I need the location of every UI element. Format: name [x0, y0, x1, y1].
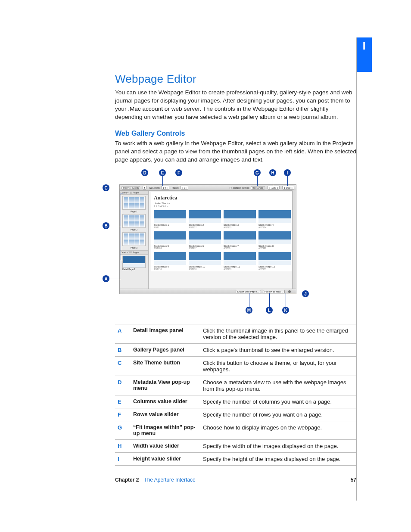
control-letter: D [115, 376, 131, 395]
rows-slider[interactable]: ◂ 3 ▸ [181, 186, 189, 190]
control-description: Specify the number of columns you want o… [200, 395, 356, 408]
table-row: BGallery Pages panelClick a page's thumb… [115, 344, 356, 357]
detail-image-thumb[interactable]: Detail Page 1 [122, 256, 146, 271]
page-preview: Antarctica Under The Ice 1 2 3 4 5 6 > S… [149, 191, 296, 289]
gallery-image[interactable]: Stock Image 5ANT103 [154, 231, 186, 250]
export-web-pages-button[interactable]: Export Web Pages… [236, 290, 261, 293]
control-letter: A [115, 324, 131, 344]
control-letter: B [115, 344, 131, 357]
control-letter: C [115, 357, 131, 376]
page-number: 57 [351, 477, 356, 483]
width-slider[interactable]: ◂ 175 ▸ [268, 186, 280, 190]
control-name: “Fit images within” pop-up menu [131, 421, 200, 440]
callout-b: B [103, 222, 109, 229]
control-letter: F [115, 408, 131, 421]
control-name: Metadata View pop-up menu [131, 376, 200, 395]
control-name: Rows value slider [131, 408, 200, 421]
table-row: DMetadata View pop-up menuChoose a metad… [115, 376, 356, 395]
gallery-image[interactable]: Stock Image 10ANT133 [189, 252, 221, 271]
publish-to-mac-button[interactable]: Publish to .Mac… [263, 290, 285, 293]
gallery-page-thumb[interactable]: Page 1 [122, 196, 146, 213]
gallery-page-thumb[interactable]: Page 2 [122, 214, 146, 231]
callout-j: J [302, 290, 309, 297]
callout-m: M [246, 307, 252, 314]
pages-panel: Gallery – 23 Pages Page 1Page 2Page 3 De… [120, 191, 149, 289]
callout-f: F [175, 169, 182, 176]
table-row: HWidth value sliderSpecify the width of … [115, 440, 356, 453]
control-description: Specify the width of the images displaye… [200, 440, 356, 453]
gallery-image[interactable]: Stock Image 4ANT104 [258, 210, 291, 229]
callout-e: E [159, 169, 166, 176]
gallery-image[interactable]: Stock Image 3ANT133 [224, 210, 256, 229]
site-theme-button[interactable]: Theme: Stock [121, 186, 140, 190]
control-name: Columns value slider [131, 395, 200, 408]
gallery-pages-header: Gallery – 23 Pages [120, 191, 148, 195]
chapter-title: The Aperture Interface [144, 477, 195, 483]
control-letter: G [115, 421, 131, 440]
loupe-icon[interactable] [288, 290, 291, 293]
table-row: FRows value sliderSpecify the number of … [115, 408, 356, 421]
callout-i: I [284, 169, 291, 176]
scrollbar[interactable] [292, 190, 296, 289]
control-letter: E [115, 395, 131, 408]
gallery-image[interactable]: Stock Image 2ANT127 [189, 210, 221, 229]
pager[interactable]: 1 2 3 4 5 6 > [154, 205, 291, 208]
height-slider[interactable]: ◂ 100 ▸ [282, 186, 294, 190]
section-paragraph: To work with a web gallery in the Webpag… [115, 139, 356, 164]
control-letter: I [115, 453, 131, 466]
control-name: Gallery Pages panel [131, 344, 200, 357]
chapter-label: Chapter 2 [115, 477, 139, 483]
gallery-subtitle: Under The Ice [154, 202, 291, 205]
webpage-editor-figure: Theme: Stock ▾ Columns: ◂ 4 ▸ Rows: ◂ 3 … [119, 184, 296, 294]
gallery-image[interactable]: Stock Image 12ANT133 [258, 252, 291, 271]
callout-k: K [282, 307, 289, 314]
callout-g: G [254, 169, 261, 176]
page-title: Webpage Editor [115, 72, 356, 86]
page-footer: Chapter 2 The Aperture Interface 57 [115, 477, 356, 483]
table-row: ADetail Images panelClick the thumbnail … [115, 324, 356, 344]
columns-label: Columns: [149, 187, 160, 189]
control-name: Detail Images panel [131, 324, 200, 344]
callout-l: L [266, 307, 273, 314]
metadata-view-menu[interactable]: ▾ [143, 186, 146, 190]
control-description: Specify the number of rows you want on a… [200, 408, 356, 421]
control-description: Specify the height of the images display… [200, 453, 356, 466]
part-tab: I [356, 37, 372, 72]
control-description: Choose a metadata view to use with the w… [200, 376, 356, 395]
callout-a: A [103, 275, 109, 282]
control-description: Choose how to display images on the webp… [200, 421, 356, 440]
fit-popup[interactable]: Rectangle [251, 186, 265, 190]
control-description: Click the thumbnail image in this panel … [200, 324, 356, 344]
gallery-image[interactable]: Stock Image 9ANT118 [154, 252, 186, 271]
control-description: Click a page's thumbnail to see the enla… [200, 344, 356, 357]
controls-table: ADetail Images panelClick the thumbnail … [115, 324, 356, 466]
control-name: Height value slider [131, 453, 200, 466]
detail-pages-header: Detail – 256 Pages [120, 250, 148, 255]
table-row: IHeight value sliderSpecify the height o… [115, 453, 356, 466]
table-row: G“Fit images within” pop-up menuChoose h… [115, 421, 356, 440]
intro-paragraph: You can use the Webpage Editor to create… [115, 88, 356, 121]
control-description: Click this button to choose a theme, or … [200, 357, 356, 376]
callout-h: H [269, 169, 276, 176]
margin-rule [356, 37, 357, 501]
callout-d: D [141, 169, 148, 176]
section-heading: Web Gallery Controls [115, 130, 356, 137]
gallery-image[interactable]: Stock Image 8ANT121 [258, 231, 291, 250]
callout-c: C [103, 184, 109, 191]
editor-toolbar: Theme: Stock ▾ Columns: ◂ 4 ▸ Rows: ◂ 3 … [120, 185, 296, 191]
gallery-image[interactable]: Stock Image 11ANT133 [224, 252, 256, 271]
gallery-page-thumb[interactable]: Page 3 [122, 232, 146, 249]
gallery-image[interactable]: Stock Image 1ANT1 [154, 210, 186, 229]
control-name: Width value slider [131, 440, 200, 453]
rows-label: Rows: [172, 187, 179, 189]
gallery-title: Antarctica [154, 195, 291, 201]
gallery-image[interactable]: Stock Image 7ANT83 [224, 231, 256, 250]
table-row: EColumns value sliderSpecify the number … [115, 395, 356, 408]
gallery-image[interactable]: Stock Image 6ANT117 [189, 231, 221, 250]
fit-label: Fit images within: [230, 187, 249, 189]
table-row: CSite Theme buttonClick this button to c… [115, 357, 356, 376]
columns-slider[interactable]: ◂ 4 ▸ [161, 186, 169, 190]
control-name: Site Theme button [131, 357, 200, 376]
control-letter: H [115, 440, 131, 453]
